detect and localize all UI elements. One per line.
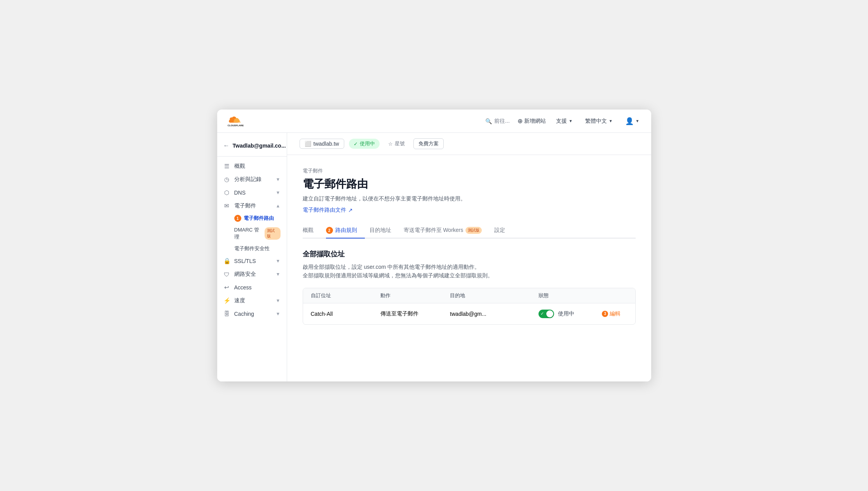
toggle-check-icon: ✓ (540, 311, 544, 316)
table-header: 自訂位址 動作 目的地 狀態 (303, 288, 635, 303)
sidebar-item-caching[interactable]: 🗄 Caching ▼ (217, 307, 287, 320)
cloudflare-logo: CLOUDFLARE (227, 116, 244, 127)
workers-badge: 測試版 (465, 227, 482, 234)
content-area: ⬜ twadlab.tw ✓ 使用中 ☆ 星號 免費方案 電子郵件 電子郵件路 (287, 133, 651, 381)
search-button[interactable]: 🔍 前往... (485, 118, 510, 125)
row-destination: twadlab@gm... (450, 311, 539, 317)
edit-button[interactable]: 3 編輯 (602, 310, 627, 317)
language-chevron-icon: ▼ (609, 119, 613, 123)
dmarc-badge: 測試版 (265, 227, 280, 240)
analytics-chevron-icon: ▼ (276, 177, 281, 182)
header-status: 狀態 (539, 292, 602, 299)
docs-link-label: 電子郵件路由文件 (303, 207, 346, 214)
caching-chevron-icon: ▼ (276, 311, 281, 317)
external-link-icon: ↗ (348, 207, 353, 213)
row-address: Catch-All (311, 311, 380, 317)
toggle-knob (546, 310, 553, 317)
dns-icon: ⬡ (223, 189, 230, 196)
sidebar: ← Twadlab@gmail.co... ☰ 概觀 ◷ 分析與記錄 ▼ ⬡ D… (217, 133, 287, 381)
star-button[interactable]: ☆ 星號 (384, 139, 409, 149)
page-title: 電子郵件路由 (303, 177, 636, 192)
sidebar-item-ssl[interactable]: 🔒 SSL/TLS ▼ (217, 254, 287, 268)
sidebar-item-overview[interactable]: ☰ 概觀 (217, 160, 287, 173)
page-description: 建立自訂電子郵件地址，以便在不想分享主要電子郵件地址時使用。 (303, 195, 636, 202)
ssl-icon: 🔒 (223, 258, 230, 265)
add-icon: ⊕ (518, 117, 523, 125)
sidebar-account-label: Twadlab@gmail.co... (233, 143, 286, 149)
search-icon: 🔍 (485, 118, 492, 124)
star-icon: ☆ (388, 141, 393, 147)
star-label: 星號 (395, 140, 405, 147)
sidebar-item-speed[interactable]: ⚡ 速度 ▼ (217, 294, 287, 307)
sidebar-item-analytics[interactable]: ◷ 分析與記錄 ▼ (217, 173, 287, 186)
row-edit-cell: 3 編輯 (602, 310, 627, 317)
support-chevron-icon: ▼ (569, 119, 573, 123)
tabs-bar: 概觀 2 路由規則 目的地址 寄送電子郵件至 Workers 測試版 設定 (303, 223, 636, 239)
docs-link[interactable]: 電子郵件路由文件 ↗ (303, 207, 353, 214)
catchall-title: 全部擷取位址 (303, 249, 636, 259)
sidebar-item-dmarc[interactable]: DMARC 管理 測試版 (234, 224, 287, 243)
dmarc-label: DMARC 管理 (234, 226, 263, 240)
tab-routing-rules[interactable]: 2 路由規則 (326, 223, 365, 239)
row-action: 傳送至電子郵件 (380, 310, 450, 317)
catchall-desc-line2: 全部擷取規則僅適用於區域等級網域，您無法為每個子網域建立全部擷取規則。 (303, 271, 636, 280)
support-button[interactable]: 支援 ▼ (554, 116, 575, 126)
header-destination: 目的地 (450, 292, 539, 299)
language-label: 繁體中文 (585, 118, 607, 125)
main-layout: ← Twadlab@gmail.co... ☰ 概觀 ◷ 分析與記錄 ▼ ⬡ D… (217, 133, 651, 381)
add-site-button[interactable]: ⊕ 新增網站 (518, 117, 546, 125)
caching-icon: 🗄 (223, 310, 230, 317)
header-edit (602, 292, 627, 299)
overview-icon: ☰ (223, 163, 230, 170)
breadcrumb: 電子郵件 (303, 167, 636, 174)
email-security-label: 電子郵件安全性 (234, 245, 270, 252)
catchall-description: 啟用全部擷取位址，設定 user.com 中所有其他電子郵件地址的適用動作。 全… (303, 263, 636, 280)
sidebar-item-security[interactable]: 🛡 網路安全 ▼ (217, 268, 287, 281)
sidebar-back-button[interactable]: ← Twadlab@gmail.co... (217, 139, 287, 155)
tab-routing-rules-label: 路由規則 (335, 227, 357, 234)
svg-text:CLOUDFLARE: CLOUDFLARE (227, 124, 243, 126)
topnav-right: 🔍 前往... ⊕ 新增網站 支援 ▼ 繁體中文 ▼ 👤 ▼ (485, 115, 641, 127)
dns-chevron-icon: ▼ (276, 190, 281, 195)
tab-destinations-label: 目的地址 (370, 227, 391, 234)
free-plan-badge[interactable]: 免費方案 (413, 138, 444, 149)
sidebar-item-access[interactable]: ↩ Access (217, 281, 287, 294)
sidebar-item-dns-label: DNS (234, 190, 246, 196)
user-icon: 👤 (625, 117, 634, 125)
tab-send-to-workers[interactable]: 寄送電子郵件至 Workers 測試版 (404, 223, 490, 239)
status-toggle[interactable]: ✓ (539, 310, 554, 318)
tab-destinations[interactable]: 目的地址 (370, 223, 399, 239)
sidebar-item-dns[interactable]: ⬡ DNS ▼ (217, 186, 287, 199)
tab-overview[interactable]: 概觀 (303, 223, 321, 239)
speed-icon: ⚡ (223, 297, 230, 304)
edit-badge: 3 (602, 311, 608, 317)
logo-area[interactable]: CLOUDFLARE (227, 116, 244, 127)
language-button[interactable]: 繁體中文 ▼ (583, 116, 615, 126)
sidebar-sub-email: 1 電子郵件路由 DMARC 管理 測試版 電子郵件安全性 (217, 212, 287, 254)
status-check-icon: ✓ (354, 141, 358, 147)
user-button[interactable]: 👤 ▼ (623, 115, 642, 127)
catchall-desc-line1: 啟用全部擷取位址，設定 user.com 中所有其他電子郵件地址的適用動作。 (303, 263, 636, 271)
sidebar-item-email-routing[interactable]: 1 電子郵件路由 (234, 212, 287, 224)
sidebar-item-speed-label: 速度 (234, 297, 245, 304)
sidebar-item-email-label: 電子郵件 (234, 202, 256, 209)
tab-overview-label: 概觀 (303, 227, 314, 234)
analytics-icon: ◷ (223, 176, 230, 183)
sidebar-item-email[interactable]: ✉ 電子郵件 ▲ (217, 199, 287, 212)
sidebar-item-access-label: Access (234, 284, 252, 291)
security-icon: 🛡 (223, 271, 230, 278)
row-status-text: 使用中 (558, 310, 574, 317)
sidebar-item-email-security[interactable]: 電子郵件安全性 (234, 243, 287, 254)
speed-chevron-icon: ▼ (276, 298, 281, 303)
sidebar-divider (217, 156, 287, 157)
back-arrow-icon: ← (223, 142, 230, 149)
email-routing-label: 電子郵件路由 (244, 215, 274, 222)
header-action: 動作 (380, 292, 450, 299)
header-address: 自訂位址 (311, 292, 380, 299)
page-content: 電子郵件 電子郵件路由 建立自訂電子郵件地址，以便在不想分享主要電子郵件地址時使… (287, 155, 651, 340)
tab-send-to-workers-label: 寄送電子郵件至 Workers (404, 227, 464, 234)
domain-pill[interactable]: ⬜ twadlab.tw (300, 139, 344, 149)
add-site-label: 新增網站 (524, 118, 546, 125)
tab-settings[interactable]: 設定 (494, 223, 513, 239)
status-label: 使用中 (360, 140, 375, 147)
